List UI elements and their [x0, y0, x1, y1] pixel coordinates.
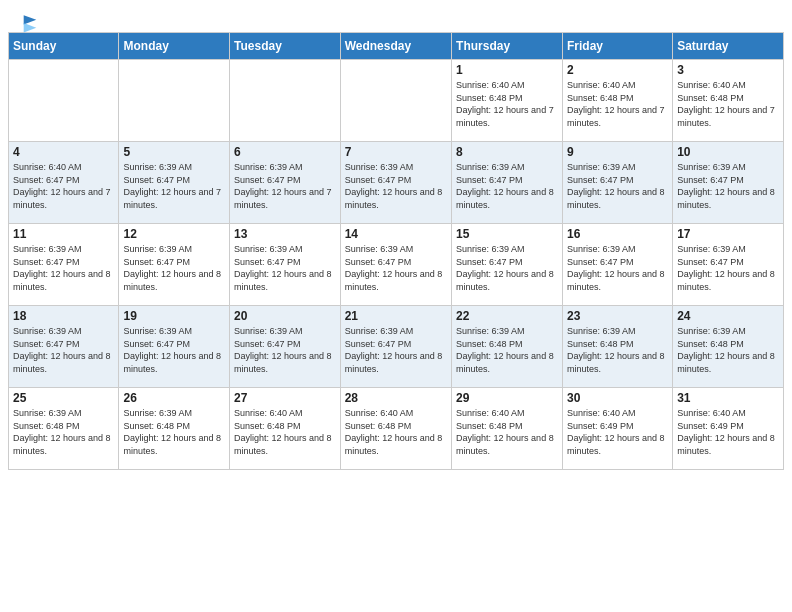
day-number: 10 — [677, 145, 779, 159]
table-row: 25Sunrise: 6:39 AM Sunset: 6:48 PM Dayli… — [9, 388, 119, 470]
table-row: 30Sunrise: 6:40 AM Sunset: 6:49 PM Dayli… — [562, 388, 672, 470]
day-info: Sunrise: 6:39 AM Sunset: 6:47 PM Dayligh… — [456, 161, 558, 211]
day-info: Sunrise: 6:39 AM Sunset: 6:47 PM Dayligh… — [456, 243, 558, 293]
table-row: 21Sunrise: 6:39 AM Sunset: 6:47 PM Dayli… — [340, 306, 451, 388]
day-number: 23 — [567, 309, 668, 323]
day-info: Sunrise: 6:39 AM Sunset: 6:47 PM Dayligh… — [345, 161, 447, 211]
table-row: 4Sunrise: 6:40 AM Sunset: 6:47 PM Daylig… — [9, 142, 119, 224]
table-row — [230, 60, 341, 142]
page-header — [0, 0, 792, 32]
day-info: Sunrise: 6:39 AM Sunset: 6:48 PM Dayligh… — [13, 407, 114, 457]
day-info: Sunrise: 6:39 AM Sunset: 6:47 PM Dayligh… — [567, 243, 668, 293]
day-number: 8 — [456, 145, 558, 159]
weekday-thursday: Thursday — [452, 33, 563, 60]
day-number: 16 — [567, 227, 668, 241]
table-row: 13Sunrise: 6:39 AM Sunset: 6:47 PM Dayli… — [230, 224, 341, 306]
week-row-3: 11Sunrise: 6:39 AM Sunset: 6:47 PM Dayli… — [9, 224, 784, 306]
table-row: 29Sunrise: 6:40 AM Sunset: 6:48 PM Dayli… — [452, 388, 563, 470]
table-row: 26Sunrise: 6:39 AM Sunset: 6:48 PM Dayli… — [119, 388, 230, 470]
day-info: Sunrise: 6:40 AM Sunset: 6:48 PM Dayligh… — [234, 407, 336, 457]
day-number: 4 — [13, 145, 114, 159]
svg-marker-1 — [24, 23, 37, 32]
svg-marker-0 — [24, 15, 37, 24]
week-row-2: 4Sunrise: 6:40 AM Sunset: 6:47 PM Daylig… — [9, 142, 784, 224]
day-info: Sunrise: 6:40 AM Sunset: 6:49 PM Dayligh… — [567, 407, 668, 457]
day-info: Sunrise: 6:39 AM Sunset: 6:48 PM Dayligh… — [456, 325, 558, 375]
day-number: 6 — [234, 145, 336, 159]
day-info: Sunrise: 6:39 AM Sunset: 6:47 PM Dayligh… — [677, 161, 779, 211]
table-row: 12Sunrise: 6:39 AM Sunset: 6:47 PM Dayli… — [119, 224, 230, 306]
weekday-tuesday: Tuesday — [230, 33, 341, 60]
day-number: 29 — [456, 391, 558, 405]
table-row: 17Sunrise: 6:39 AM Sunset: 6:47 PM Dayli… — [673, 224, 784, 306]
day-number: 19 — [123, 309, 225, 323]
calendar-table: SundayMondayTuesdayWednesdayThursdayFrid… — [8, 32, 784, 470]
table-row: 27Sunrise: 6:40 AM Sunset: 6:48 PM Dayli… — [230, 388, 341, 470]
day-number: 22 — [456, 309, 558, 323]
weekday-sunday: Sunday — [9, 33, 119, 60]
logo — [18, 12, 41, 26]
day-info: Sunrise: 6:39 AM Sunset: 6:48 PM Dayligh… — [677, 325, 779, 375]
week-row-1: 1Sunrise: 6:40 AM Sunset: 6:48 PM Daylig… — [9, 60, 784, 142]
day-number: 7 — [345, 145, 447, 159]
table-row: 7Sunrise: 6:39 AM Sunset: 6:47 PM Daylig… — [340, 142, 451, 224]
day-info: Sunrise: 6:39 AM Sunset: 6:47 PM Dayligh… — [13, 243, 114, 293]
day-number: 5 — [123, 145, 225, 159]
day-info: Sunrise: 6:39 AM Sunset: 6:47 PM Dayligh… — [345, 243, 447, 293]
table-row — [9, 60, 119, 142]
day-info: Sunrise: 6:39 AM Sunset: 6:47 PM Dayligh… — [567, 161, 668, 211]
weekday-saturday: Saturday — [673, 33, 784, 60]
day-info: Sunrise: 6:39 AM Sunset: 6:48 PM Dayligh… — [123, 407, 225, 457]
day-info: Sunrise: 6:39 AM Sunset: 6:47 PM Dayligh… — [345, 325, 447, 375]
day-number: 12 — [123, 227, 225, 241]
table-row: 22Sunrise: 6:39 AM Sunset: 6:48 PM Dayli… — [452, 306, 563, 388]
table-row: 14Sunrise: 6:39 AM Sunset: 6:47 PM Dayli… — [340, 224, 451, 306]
day-number: 9 — [567, 145, 668, 159]
day-info: Sunrise: 6:39 AM Sunset: 6:47 PM Dayligh… — [234, 325, 336, 375]
table-row: 19Sunrise: 6:39 AM Sunset: 6:47 PM Dayli… — [119, 306, 230, 388]
table-row: 3Sunrise: 6:40 AM Sunset: 6:48 PM Daylig… — [673, 60, 784, 142]
table-row: 24Sunrise: 6:39 AM Sunset: 6:48 PM Dayli… — [673, 306, 784, 388]
table-row — [119, 60, 230, 142]
day-number: 15 — [456, 227, 558, 241]
table-row: 15Sunrise: 6:39 AM Sunset: 6:47 PM Dayli… — [452, 224, 563, 306]
table-row: 5Sunrise: 6:39 AM Sunset: 6:47 PM Daylig… — [119, 142, 230, 224]
day-number: 3 — [677, 63, 779, 77]
day-info: Sunrise: 6:39 AM Sunset: 6:48 PM Dayligh… — [567, 325, 668, 375]
day-info: Sunrise: 6:39 AM Sunset: 6:47 PM Dayligh… — [123, 161, 225, 211]
day-number: 28 — [345, 391, 447, 405]
day-number: 25 — [13, 391, 114, 405]
day-number: 31 — [677, 391, 779, 405]
day-info: Sunrise: 6:39 AM Sunset: 6:47 PM Dayligh… — [234, 161, 336, 211]
weekday-header-row: SundayMondayTuesdayWednesdayThursdayFrid… — [9, 33, 784, 60]
day-info: Sunrise: 6:39 AM Sunset: 6:47 PM Dayligh… — [13, 325, 114, 375]
day-info: Sunrise: 6:40 AM Sunset: 6:48 PM Dayligh… — [677, 79, 779, 129]
day-info: Sunrise: 6:39 AM Sunset: 6:47 PM Dayligh… — [123, 243, 225, 293]
table-row: 16Sunrise: 6:39 AM Sunset: 6:47 PM Dayli… — [562, 224, 672, 306]
table-row: 1Sunrise: 6:40 AM Sunset: 6:48 PM Daylig… — [452, 60, 563, 142]
table-row: 18Sunrise: 6:39 AM Sunset: 6:47 PM Dayli… — [9, 306, 119, 388]
day-number: 17 — [677, 227, 779, 241]
table-row: 23Sunrise: 6:39 AM Sunset: 6:48 PM Dayli… — [562, 306, 672, 388]
day-info: Sunrise: 6:40 AM Sunset: 6:47 PM Dayligh… — [13, 161, 114, 211]
table-row: 2Sunrise: 6:40 AM Sunset: 6:48 PM Daylig… — [562, 60, 672, 142]
table-row: 11Sunrise: 6:39 AM Sunset: 6:47 PM Dayli… — [9, 224, 119, 306]
day-number: 13 — [234, 227, 336, 241]
day-number: 21 — [345, 309, 447, 323]
day-number: 30 — [567, 391, 668, 405]
day-info: Sunrise: 6:39 AM Sunset: 6:47 PM Dayligh… — [234, 243, 336, 293]
table-row: 28Sunrise: 6:40 AM Sunset: 6:48 PM Dayli… — [340, 388, 451, 470]
day-number: 11 — [13, 227, 114, 241]
day-number: 27 — [234, 391, 336, 405]
day-number: 1 — [456, 63, 558, 77]
day-info: Sunrise: 6:40 AM Sunset: 6:48 PM Dayligh… — [456, 79, 558, 129]
table-row: 6Sunrise: 6:39 AM Sunset: 6:47 PM Daylig… — [230, 142, 341, 224]
weekday-wednesday: Wednesday — [340, 33, 451, 60]
day-info: Sunrise: 6:40 AM Sunset: 6:48 PM Dayligh… — [345, 407, 447, 457]
day-info: Sunrise: 6:39 AM Sunset: 6:47 PM Dayligh… — [677, 243, 779, 293]
table-row: 31Sunrise: 6:40 AM Sunset: 6:49 PM Dayli… — [673, 388, 784, 470]
day-number: 2 — [567, 63, 668, 77]
week-row-5: 25Sunrise: 6:39 AM Sunset: 6:48 PM Dayli… — [9, 388, 784, 470]
table-row: 20Sunrise: 6:39 AM Sunset: 6:47 PM Dayli… — [230, 306, 341, 388]
table-row: 10Sunrise: 6:39 AM Sunset: 6:47 PM Dayli… — [673, 142, 784, 224]
